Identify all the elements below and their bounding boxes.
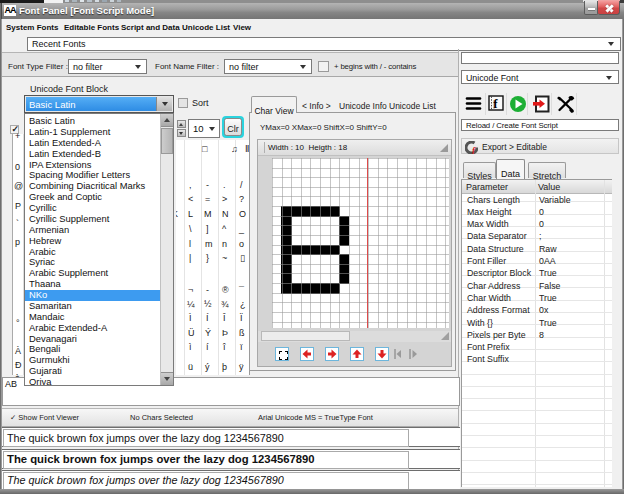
svg-text:f: f <box>493 96 498 111</box>
